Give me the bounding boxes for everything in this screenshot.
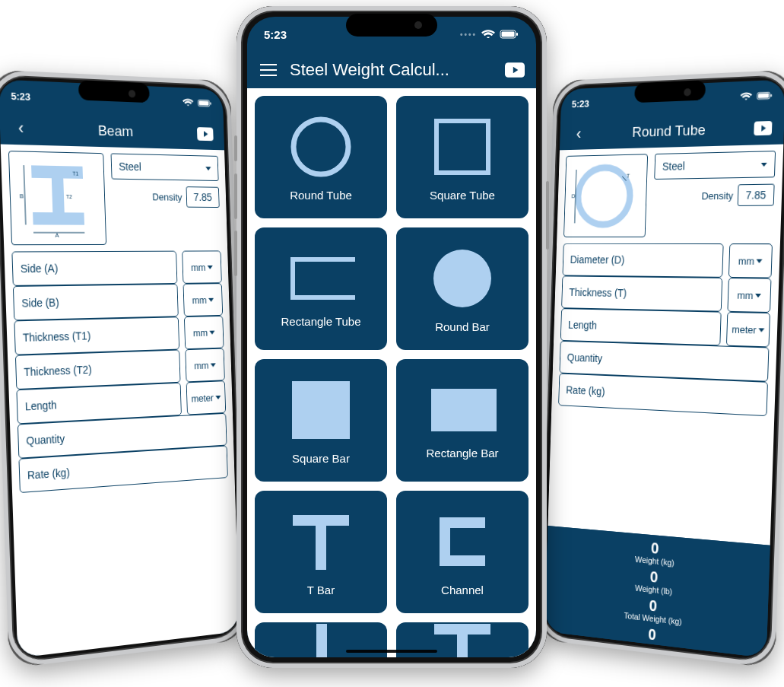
svg-rect-25 xyxy=(260,64,277,65)
form-area: D T Steel Density 7.85 xyxy=(548,145,783,545)
input-side-a-[interactable]: Side (A) xyxy=(11,251,177,286)
shape-tile-circle-outline[interactable]: Round Tube xyxy=(255,96,387,218)
input-label: Rate (kg) xyxy=(566,383,605,397)
tile-label: Rectangle Bar xyxy=(426,447,498,460)
tile-label: Square Bar xyxy=(292,452,350,465)
page-title: Round Tube xyxy=(598,120,743,142)
svg-text:T1: T1 xyxy=(72,170,78,176)
shape-tile-rect-fill[interactable]: Rectangle Bar xyxy=(396,359,528,482)
results-panel: 0 Weight (kg)0 Weight (lb)0 Total Weight… xyxy=(544,526,770,658)
unit-select[interactable]: mm xyxy=(728,243,773,278)
svg-rect-30 xyxy=(436,121,488,173)
input-label: Rate (kg) xyxy=(27,466,70,482)
youtube-icon[interactable] xyxy=(504,59,525,81)
square-fill-icon xyxy=(287,376,355,444)
back-button[interactable]: ‹ xyxy=(569,123,589,145)
status-icons: •••• xyxy=(460,30,519,40)
input-thickness-t-[interactable]: Thickness (T) xyxy=(561,275,722,311)
round-tube-diagram: D T xyxy=(563,154,648,237)
page-title: Beam xyxy=(42,120,187,142)
phone-mockup-left: 5:23 ‹ Beam xyxy=(0,69,248,668)
menu-button[interactable] xyxy=(258,59,279,81)
unit-value: meter xyxy=(732,323,757,336)
tile-label: Round Tube xyxy=(290,189,352,202)
youtube-icon[interactable] xyxy=(195,123,215,145)
c-shape-icon xyxy=(428,507,497,576)
phone-notch xyxy=(78,80,150,103)
material-select[interactable]: Steel xyxy=(111,153,219,181)
chevron-down-icon xyxy=(755,293,761,297)
status-time: 5:23 xyxy=(572,97,589,110)
unit-select[interactable]: meter xyxy=(726,312,770,348)
shape-grid-area: Round Tube Square Tube Rectangle Tube Ro… xyxy=(247,88,536,657)
svg-point-29 xyxy=(294,119,348,174)
unit-select[interactable]: mm xyxy=(185,348,225,383)
input-diameter-d-[interactable]: Diameter (D) xyxy=(562,243,723,278)
phone-mockup-right: 5:23 ‹ Round Tube xyxy=(536,69,784,668)
density-value[interactable]: 7.85 xyxy=(737,184,774,206)
shape-tile-circle-fill[interactable]: Round Bar xyxy=(396,227,528,350)
phone-mockup-center: 5:23 •••• Steel Weight Calcul... xyxy=(236,6,547,668)
input-label: Side (A) xyxy=(21,262,59,275)
shape-tile-t-shape[interactable]: T Bar xyxy=(255,491,387,613)
svg-rect-5 xyxy=(52,178,65,212)
unit-value: meter xyxy=(191,392,214,404)
back-button[interactable]: ‹ xyxy=(10,117,31,140)
youtube-icon[interactable] xyxy=(752,117,773,140)
tile-label: Round Bar xyxy=(435,320,490,333)
svg-rect-26 xyxy=(260,69,277,71)
material-value: Steel xyxy=(119,161,141,173)
status-time: 5:23 xyxy=(11,90,30,103)
svg-rect-35 xyxy=(293,515,349,526)
svg-text:T2: T2 xyxy=(66,194,72,199)
chevron-down-icon xyxy=(208,297,214,301)
svg-rect-2 xyxy=(210,102,211,104)
tile-label: Rectangle Tube xyxy=(281,315,360,328)
unit-select[interactable]: mm xyxy=(182,250,222,283)
unit-value: mm xyxy=(193,326,208,338)
unit-select[interactable]: mm xyxy=(184,316,224,349)
circle-fill-icon xyxy=(428,244,497,313)
svg-point-17 xyxy=(577,167,630,225)
home-indicator[interactable] xyxy=(346,650,437,653)
tile-label: T Bar xyxy=(307,584,335,596)
screen-round-tube: 5:23 ‹ Round Tube xyxy=(544,79,784,658)
shape-tile-c-shape[interactable]: Channel xyxy=(396,491,528,613)
svg-rect-40 xyxy=(457,635,468,657)
shape-tile-square-outline[interactable]: Square Tube xyxy=(396,96,528,218)
input-label: Thickness (T1) xyxy=(23,329,91,344)
screen-beam: 5:23 ‹ Beam xyxy=(0,79,240,658)
density-row: Density 7.85 xyxy=(152,186,220,208)
chevron-down-icon xyxy=(757,259,763,262)
density-value[interactable]: 7.85 xyxy=(186,186,219,208)
unit-value: mm xyxy=(737,289,754,301)
input-side-b-[interactable]: Side (B) xyxy=(13,284,179,320)
input-thickness-t1-[interactable]: Thickness (T1) xyxy=(14,316,179,355)
shape-tile-rect-outline[interactable]: Rectangle Tube xyxy=(255,227,387,350)
tile-label: Channel xyxy=(441,584,484,596)
chevron-down-icon xyxy=(761,162,767,166)
input-label: Thickness (T2) xyxy=(24,364,92,379)
unit-select[interactable]: mm xyxy=(183,283,224,316)
screen-home: 5:23 •••• Steel Weight Calcul... xyxy=(247,17,536,657)
density-label: Density xyxy=(701,189,733,202)
i-shape-icon xyxy=(287,626,355,657)
circle-outline-icon xyxy=(287,113,355,181)
svg-line-7 xyxy=(24,165,26,224)
svg-rect-33 xyxy=(292,381,350,439)
input-length[interactable]: Length xyxy=(560,308,722,345)
svg-rect-14 xyxy=(758,94,769,99)
field-row: Diameter (D) mm xyxy=(562,243,773,278)
input-label: Quantity xyxy=(567,351,603,364)
svg-rect-6 xyxy=(33,212,84,225)
shape-tile-square-fill[interactable]: Square Bar xyxy=(255,359,387,482)
material-select[interactable]: Steel xyxy=(654,151,776,180)
t-shape-icon xyxy=(287,507,355,576)
unit-select[interactable]: mm xyxy=(727,278,771,313)
svg-rect-37 xyxy=(316,624,327,657)
rect-fill-icon xyxy=(428,381,497,439)
density-row: Density 7.85 xyxy=(701,184,775,207)
chevron-down-icon xyxy=(210,330,215,334)
svg-rect-31 xyxy=(293,259,355,297)
unit-select[interactable]: meter xyxy=(186,380,227,415)
